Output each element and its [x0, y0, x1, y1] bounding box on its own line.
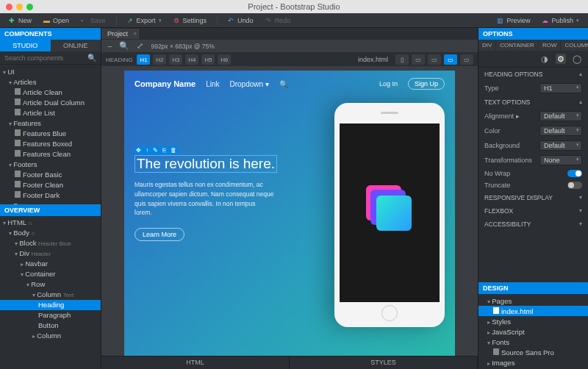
close-icon[interactable]: ×: [133, 30, 137, 37]
zoom-out-icon[interactable]: −: [107, 42, 112, 51]
ov-column2[interactable]: Column: [0, 331, 101, 341]
tab-html[interactable]: HTML: [101, 357, 290, 369]
device-desktop-icon[interactable]: ▭: [444, 54, 457, 65]
ov-row[interactable]: Row: [0, 279, 101, 290]
tree-features-clean[interactable]: Features Clean: [0, 148, 101, 159]
design-js[interactable]: JavaScript: [478, 326, 588, 337]
current-file[interactable]: index.html: [358, 56, 388, 63]
flexbox-section[interactable]: FLEXBOX▾: [478, 204, 588, 218]
ov-navbar[interactable]: Navbar: [0, 259, 101, 269]
h2-button[interactable]: H2: [153, 54, 166, 65]
tree-footers[interactable]: Footers: [0, 159, 101, 169]
search-icon[interactable]: 🔍: [87, 54, 96, 62]
accessibility-section[interactable]: ACCESSIBILITY▾: [478, 218, 588, 231]
look-icon[interactable]: ◑: [539, 54, 550, 64]
ov-container[interactable]: Container: [0, 269, 101, 279]
editor-tab-project[interactable]: Project×: [101, 29, 140, 39]
tree-features-boxed[interactable]: Features Boxed: [0, 138, 101, 148]
tab-styles[interactable]: STYLES: [290, 357, 478, 369]
open-button[interactable]: ▬Open: [39, 15, 74, 26]
tab-studio[interactable]: STUDIO: [0, 40, 51, 51]
design-images[interactable]: Images: [478, 357, 588, 368]
tree-article-dual[interactable]: Article Dual Column: [0, 97, 101, 107]
canvas-search-icon[interactable]: 🔍: [279, 80, 288, 88]
device-tablet-icon[interactable]: ▭: [412, 54, 425, 65]
selection-handles[interactable]: ✥ ↑ ✎ ⎘ 🗑: [135, 146, 178, 154]
device-phone-icon[interactable]: ▯: [395, 54, 409, 65]
ov-heading[interactable]: Heading: [0, 300, 101, 310]
canvas-login[interactable]: Log In: [379, 80, 398, 87]
new-button[interactable]: ✚New: [4, 15, 36, 26]
tree-article-clean[interactable]: Article Clean: [0, 87, 101, 97]
bc-row[interactable]: ROW: [539, 40, 562, 51]
h1-button[interactable]: H1: [137, 54, 150, 65]
h3-button[interactable]: H3: [169, 54, 182, 65]
nowrap-toggle[interactable]: [567, 170, 582, 177]
publish-button[interactable]: ☁Publish▾: [537, 15, 584, 26]
animation-icon[interactable]: ◯: [572, 54, 582, 64]
search-input[interactable]: [4, 54, 87, 62]
tree-article-list[interactable]: Article List: [0, 107, 101, 118]
export-button[interactable]: ↗Export▾: [123, 15, 166, 26]
tree-footer-dark[interactable]: Footer Dark: [0, 190, 101, 200]
tab-online[interactable]: ONLINE: [51, 40, 101, 51]
canvas-heading[interactable]: The revolution is here.: [135, 155, 277, 173]
ov-paragraph[interactable]: Paragraph: [0, 310, 101, 320]
alignment-select[interactable]: Default: [539, 111, 582, 121]
responsive-section[interactable]: RESPONSIVE DISPLAY▾: [478, 191, 588, 204]
canvas-signup[interactable]: Sign Up: [408, 78, 445, 90]
device-wide-icon[interactable]: ▭: [460, 54, 473, 65]
design-pages[interactable]: Pages: [478, 295, 588, 306]
ov-body[interactable]: Body ⌂: [0, 228, 101, 238]
tree-ui[interactable]: UI: [0, 66, 101, 76]
tree-features-blue[interactable]: Features Blue: [0, 128, 101, 138]
delete-icon[interactable]: 🗑: [171, 147, 176, 154]
bc-column[interactable]: COLUMN: [561, 40, 588, 51]
design-fonts[interactable]: Fonts: [478, 337, 588, 347]
canvas-link[interactable]: Link: [206, 80, 219, 88]
canvas-navbar[interactable]: Company Name Link Dropdown ▾ 🔍 Log In Si…: [124, 71, 455, 97]
design-index[interactable]: index.html: [478, 306, 588, 316]
duplicate-icon[interactable]: ⎘: [162, 147, 166, 154]
bc-div[interactable]: DIV: [478, 40, 496, 51]
ov-html[interactable]: HTML ⌂: [0, 218, 101, 228]
options-gear-icon[interactable]: ⚙: [556, 54, 566, 64]
bc-container[interactable]: CONTAINER: [496, 40, 539, 51]
tree-footer-basic[interactable]: Footer Basic: [0, 169, 101, 179]
tree-footer-clean[interactable]: Footer Clean: [0, 179, 101, 190]
fit-icon[interactable]: ⤢: [137, 41, 143, 51]
color-select[interactable]: Default: [539, 126, 582, 136]
design-styles[interactable]: Styles: [478, 316, 588, 326]
page-canvas[interactable]: Company Name Link Dropdown ▾ 🔍 Log In Si…: [124, 71, 455, 356]
type-select[interactable]: H1: [539, 83, 582, 93]
up-icon[interactable]: ↑: [146, 147, 148, 154]
h5-button[interactable]: H5: [201, 54, 215, 65]
ov-div[interactable]: Div Header: [0, 248, 101, 259]
canvas-paragraph[interactable]: Mauris egestas tellus non ex condimentum…: [135, 180, 274, 218]
tree-articles[interactable]: Articles: [0, 76, 101, 87]
truncate-toggle[interactable]: [567, 182, 582, 189]
settings-button[interactable]: ⚙Settings: [169, 15, 212, 26]
h4-button[interactable]: H4: [185, 54, 198, 65]
move-icon[interactable]: ✥: [136, 147, 141, 154]
text-options-section[interactable]: TEXT OPTIONS▴: [478, 96, 588, 109]
redo-button[interactable]: ↷Redo: [261, 15, 295, 26]
zoom-in-icon[interactable]: 🔍: [119, 41, 129, 51]
canvas-brand[interactable]: Company Name: [135, 79, 196, 88]
preview-button[interactable]: ▥Preview: [492, 15, 534, 26]
canvas-learn-more[interactable]: Learn More: [135, 228, 184, 241]
tree-features[interactable]: Features: [0, 118, 101, 128]
device-tablet-land-icon[interactable]: ▭: [428, 54, 441, 65]
ov-block[interactable]: Block Header Blue: [0, 238, 101, 248]
canvas-dropdown[interactable]: Dropdown ▾: [230, 80, 269, 88]
heading-options-section[interactable]: HEADING OPTIONS▴: [478, 68, 588, 81]
ov-column[interactable]: Column Text: [0, 290, 101, 300]
undo-button[interactable]: ↶Undo: [223, 15, 258, 26]
ov-button[interactable]: Button: [0, 320, 101, 331]
edit-icon[interactable]: ✎: [153, 147, 158, 154]
h6-button[interactable]: H6: [218, 54, 231, 65]
design-source-sans[interactable]: Source Sans Pro: [478, 347, 588, 357]
save-button[interactable]: ▪Save: [76, 15, 110, 26]
transforms-select[interactable]: None: [539, 155, 582, 165]
canvas-area[interactable]: Company Name Link Dropdown ▾ 🔍 Log In Si…: [101, 66, 478, 356]
